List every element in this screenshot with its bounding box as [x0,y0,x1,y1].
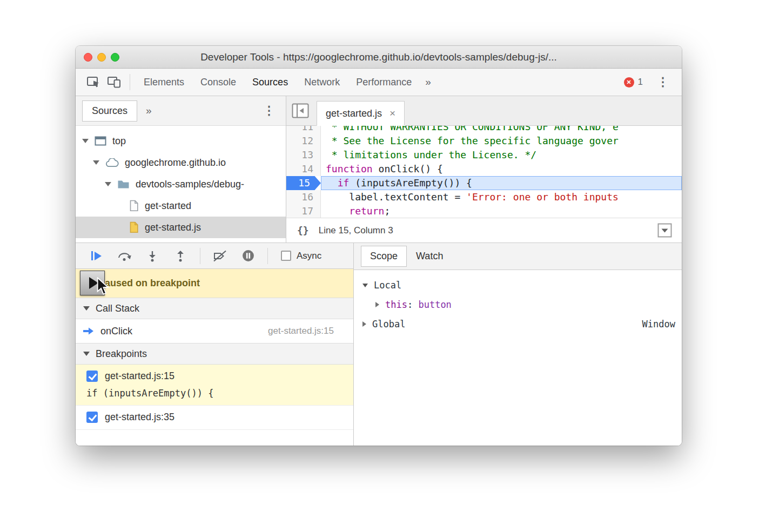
editor-tab-get-started-js[interactable]: get-started.js × [317,101,405,126]
inspect-element-button[interactable] [83,72,104,92]
devtools-menu-icon[interactable]: ⋮ [648,75,674,89]
zoom-window-button[interactable] [111,53,119,62]
breakpoint-item[interactable]: get-started.js:15 if (inputsAreEmpty()) … [76,365,353,406]
line-number[interactable]: 13 [286,148,321,162]
tree-item-label: top [112,136,126,147]
chevron-right-icon[interactable] [362,321,366,327]
line-number[interactable]: 12 [286,134,321,148]
tree-item-label: get-started.js [145,222,201,233]
code-token: onClick() { [373,163,443,174]
chevron-down-icon[interactable] [362,284,368,287]
close-window-button[interactable] [84,53,92,62]
tab-sources[interactable]: Sources [244,69,296,96]
drawer-toggle-button[interactable] [657,223,672,238]
code-text: * WITHOUT WARRANTIES OR CONDITIONS OF AN… [321,126,682,134]
breakpoint-checkbox[interactable] [86,412,98,423]
code-token [326,205,349,217]
navigator-tab-sources[interactable]: Sources [82,100,137,122]
resume-button[interactable] [82,245,110,267]
chevron-right-icon[interactable] [375,302,379,307]
code-token: return [349,205,384,217]
breakpoint-location: get-started.js:15 [105,371,174,382]
code-text: return; [321,204,682,218]
editor-tab-label: get-started.js [326,108,382,119]
tree-item-top[interactable]: top [76,130,286,152]
scope-this-row[interactable]: this: button [354,295,682,314]
device-toolbar-button[interactable] [104,72,124,92]
breakpoint-item[interactable]: get-started.js:35 [76,406,353,430]
file-icon [129,200,139,212]
toggle-navigator-button[interactable] [292,103,309,118]
cloud-icon [105,158,119,167]
code-token: ; [384,205,390,217]
mouse-cursor-icon [96,277,110,298]
breakpoints-title: Breakpoints [96,348,147,360]
navigator-header: Sources » ⋮ [76,96,286,126]
toolbar-separator [267,248,268,264]
titlebar: Developer Tools - https://googlechrome.g… [76,46,682,69]
deactivate-breakpoints-button[interactable] [206,245,234,267]
editor-tabbar: get-started.js × [286,96,682,126]
step-over-button[interactable] [110,245,138,267]
sources-top-row: Sources » ⋮ top [76,96,682,243]
error-badge[interactable]: ✕ 1 [624,77,643,87]
navigator-more-tabs-chevron-icon[interactable]: » [146,105,152,117]
drawer-icon [657,223,672,238]
scope-local-row[interactable]: Local [354,275,682,295]
tree-item-origin[interactable]: googlechrome.github.io [76,152,286,173]
chevron-down-icon[interactable] [105,182,111,186]
more-tabs-chevron-icon[interactable]: » [420,76,436,88]
frame-location: get-started.js:15 [268,326,334,336]
code-line: 13 * limitations under the License. */ [286,148,682,162]
close-icon[interactable]: × [389,107,395,119]
chevron-down-icon [83,352,90,356]
code-viewport: 11 * WITHOUT WARRANTIES OR CONDITIONS OF… [286,126,682,218]
chevron-down-icon[interactable] [82,139,89,143]
resume-icon [91,251,102,260]
breakpoint-checkbox[interactable] [86,371,98,382]
property-separator: : [407,299,418,310]
property-value: button [418,299,451,310]
error-count: 1 [638,77,643,87]
tab-network[interactable]: Network [296,69,348,96]
code-token: * limitations under the License. */ [326,149,536,160]
navigator-menu-icon[interactable]: ⋮ [263,104,279,118]
debugger-bottom-row: Async Paused on breakpoint Call S [76,243,682,446]
line-number[interactable]: 14 [286,162,321,176]
paused-banner: Paused on breakpoint [76,269,353,298]
hide-navigator-icon [292,103,309,118]
tab-watch[interactable]: Watch [416,251,443,262]
code-line: 12 * See the License for the specific la… [286,134,682,148]
pretty-print-button[interactable]: {} [297,225,309,236]
breakpoints-header[interactable]: Breakpoints [76,343,353,365]
async-checkbox[interactable] [281,251,291,261]
tab-console[interactable]: Console [192,69,244,96]
code-line: 16 label.textContent = 'Error: one or bo… [286,190,682,204]
tab-elements[interactable]: Elements [136,69,192,96]
step-out-button[interactable] [166,245,194,267]
tree-item-get-started-js[interactable]: get-started.js [76,217,286,238]
tab-performance[interactable]: Performance [348,69,420,96]
line-number[interactable]: 16 [286,190,321,204]
tab-scope[interactable]: Scope [361,246,407,267]
step-into-icon [146,250,158,262]
tree-item-folder[interactable]: devtools-samples/debug- [76,173,286,195]
code-token [326,177,338,188]
line-number[interactable]: 17 [286,204,321,218]
traffic-lights [76,53,119,62]
execution-line-marker[interactable]: 15 [286,176,321,190]
scope-global-row[interactable]: Global Window [354,314,682,334]
code-line: 17 return; [286,204,682,218]
step-into-button[interactable] [138,245,166,267]
chevron-down-icon[interactable] [93,160,99,165]
minimize-window-button[interactable] [97,53,106,62]
scope-content: Local this: button Global Window [354,270,682,446]
code-token: * See the License for the specific langu… [326,135,619,146]
line-number[interactable]: 11 [286,126,321,134]
call-stack-header[interactable]: Call Stack [76,298,353,319]
tree-item-get-started[interactable]: get-started [76,195,286,217]
pause-on-exceptions-button[interactable] [234,245,262,267]
step-over-icon [117,250,132,262]
call-stack-frame[interactable]: onClick get-started.js:15 [76,319,353,343]
paused-message: Paused on breakpoint [98,278,200,289]
